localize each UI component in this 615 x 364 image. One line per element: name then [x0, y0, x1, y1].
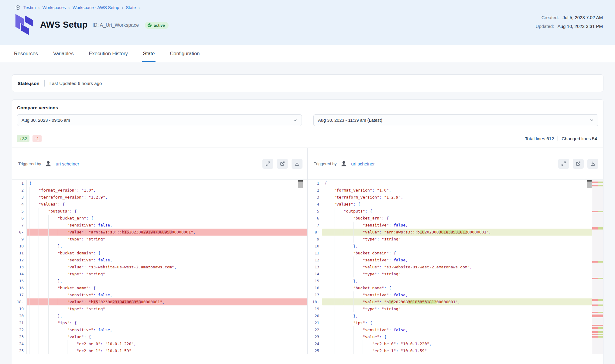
indent-guide — [334, 264, 343, 270]
line-content: "sensitive": false, — [27, 257, 307, 264]
triggered-by-user-link[interactable]: uri scheiner — [351, 161, 375, 166]
indent-guide — [29, 347, 39, 354]
compare-title: Compare versions — [17, 105, 598, 111]
tab-execution-history[interactable]: Execution History — [89, 45, 128, 62]
line-number: 20 — [12, 312, 27, 319]
code-line: 10}, — [308, 243, 592, 250]
line-number: 14 — [12, 270, 27, 277]
triggered-by-label: Triggered by — [18, 162, 41, 166]
indent-guide — [39, 291, 48, 298]
workspace-meta: Created: Jul 5, 2023 7:02 AM Updated: Au… — [535, 15, 603, 32]
indent-guide — [48, 333, 58, 340]
indent-guide — [58, 257, 67, 264]
version-select-right[interactable]: Aug 30, 2023 - 11:39 am (Latest) — [313, 114, 598, 126]
code-line: 17"sensitive": false, — [308, 291, 592, 298]
line-content: "type": "string" — [322, 270, 592, 277]
indent-guide — [29, 333, 39, 340]
breadcrumb-link[interactable]: Testim — [23, 5, 36, 10]
line-content: "format_version": "1.0", — [322, 187, 592, 194]
indent-guide — [325, 243, 334, 250]
indent-guide — [325, 215, 334, 222]
indent-guide — [48, 340, 58, 347]
tab-variables[interactable]: Variables — [53, 45, 74, 62]
scrollbar-thumb[interactable] — [298, 180, 303, 188]
indent-guide — [325, 312, 334, 319]
indent-guide — [48, 298, 58, 305]
code-line: 2"format_version": "1.0", — [308, 187, 592, 194]
line-number: 1 — [308, 180, 322, 187]
breadcrumb-separator: › — [38, 5, 39, 10]
diff-view: Triggered by uri scheiner — [12, 148, 603, 354]
code-line: 18+"value": "b16202308301838531812000000… — [308, 298, 592, 305]
line-number: 9 — [12, 236, 27, 243]
indent-guide — [48, 229, 58, 236]
line-content: "value": "s3-website-us-west-2.amazonaws… — [27, 264, 307, 270]
diff-panel-right: Triggered by uri scheiner — [308, 148, 603, 354]
open-in-new-button[interactable] — [277, 159, 288, 169]
line-number: 20 — [308, 312, 322, 319]
indent-guide — [363, 347, 372, 354]
indent-guide — [334, 340, 343, 347]
code-line: 5"outputs": { — [12, 208, 307, 215]
line-content: }, — [27, 312, 307, 319]
indent-guide — [29, 326, 39, 333]
indent-guide — [29, 194, 39, 201]
download-button[interactable] — [587, 159, 598, 169]
code-line: 11"bucket_domain": { — [12, 250, 307, 257]
line-content: "type": "string" — [322, 236, 592, 243]
breadcrumb-link[interactable]: State — [126, 5, 136, 10]
indent-guide — [353, 222, 363, 229]
indent-guide — [29, 319, 39, 326]
indent-guide — [48, 319, 58, 326]
line-content: "type": "string" — [322, 305, 592, 312]
line-number: 19 — [308, 305, 322, 312]
indent-guide — [325, 305, 334, 312]
indent-guide — [39, 333, 48, 340]
indent-guide — [325, 208, 334, 215]
indent-guide — [344, 333, 353, 340]
diff-mark — [592, 211, 603, 212]
fullscreen-button[interactable] — [262, 159, 273, 169]
line-number: 5 — [308, 208, 322, 215]
indent-guide — [325, 270, 334, 277]
tab-state[interactable]: State — [143, 45, 155, 62]
indent-guide — [363, 340, 372, 347]
diff-mark — [592, 182, 603, 183]
tab-resources[interactable]: Resources — [14, 45, 38, 62]
indent-guide — [344, 236, 353, 243]
breadcrumb-separator: › — [69, 5, 70, 10]
line-number: 11 — [308, 250, 322, 257]
indent-guide — [353, 298, 363, 305]
code-line: 22"sensitive": false, — [308, 326, 592, 333]
open-in-new-button[interactable] — [573, 159, 584, 169]
line-number: 10 — [308, 243, 322, 250]
tab-configuration[interactable]: Configuration — [170, 45, 200, 62]
indent-guide — [39, 222, 48, 229]
fullscreen-button[interactable] — [558, 159, 569, 169]
line-number: 24 — [12, 340, 27, 347]
line-content: "value": { — [322, 333, 592, 340]
compare-card: Compare versions Aug 30, 2023 - 09:26 am… — [12, 99, 603, 364]
line-content: "ec2-be-0": "10.0.1.220", — [27, 340, 307, 347]
breadcrumb-link[interactable]: Workspace - AWS Setup — [73, 5, 119, 10]
diff-mark — [592, 312, 603, 313]
indent-guide — [58, 347, 67, 354]
external-link-icon — [280, 161, 285, 166]
breadcrumb-link[interactable]: Workspaces — [43, 5, 66, 10]
indent-guide — [39, 347, 48, 354]
version-select-left[interactable]: Aug 30, 2023 - 09:26 am — [17, 114, 302, 126]
indent-guide — [325, 333, 334, 340]
triggered-by-user-link[interactable]: uri scheiner — [56, 161, 79, 166]
line-content: "format_version": "1.0", — [27, 187, 307, 194]
indent-guide — [48, 284, 58, 291]
expand-icon — [561, 161, 566, 166]
download-button[interactable] — [292, 159, 302, 169]
code-line: 11"bucket_domain": { — [308, 250, 592, 257]
indent-guide — [353, 291, 363, 298]
line-content: "ec2-be-1": "10.0.1.59" — [27, 347, 307, 354]
scrollbar-thumb[interactable] — [587, 180, 592, 188]
indent-guide — [39, 270, 48, 277]
line-number: 3 — [12, 194, 27, 201]
code-line: 13"value": "s3-website-us-west-2.amazona… — [308, 264, 592, 270]
line-content: "bucket_name": { — [322, 284, 592, 291]
